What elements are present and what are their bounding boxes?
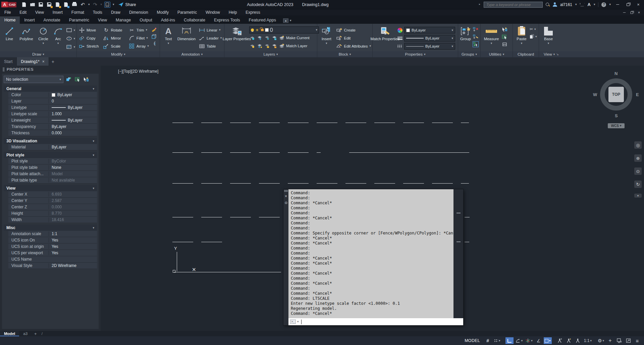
palette-section-3d-visualization[interactable]: 3D Visualization▾: [4, 138, 97, 144]
compass-south[interactable]: S: [615, 113, 618, 118]
viewcube-top-face[interactable]: TOP: [608, 87, 624, 102]
clean-screen-button[interactable]: [624, 337, 632, 344]
explode-button[interactable]: [151, 33, 157, 40]
line-button[interactable]: Line: [2, 25, 17, 51]
command-customize-wrench-icon[interactable]: ⚙: [284, 201, 288, 205]
tab-add-ins[interactable]: Add-ins: [157, 16, 179, 24]
panel-launcher-icon[interactable]: ↘: [556, 53, 559, 56]
help-icon[interactable]: ?: [601, 2, 606, 7]
palette-section-plot-style[interactable]: Plot style▾: [4, 152, 97, 158]
property-row-linetype-scale[interactable]: Linetype scale1.000: [8, 111, 97, 117]
command-prompt-icon[interactable]: >_: [290, 320, 296, 324]
property-row-plot-style-table[interactable]: Plot style tableNone: [8, 164, 97, 171]
circle-button[interactable]: Circle ▾: [36, 25, 51, 51]
layer-properties-button[interactable]: Layer Properties: [226, 25, 247, 51]
mirror-button[interactable]: Mirror: [103, 34, 128, 42]
panel-label-utilities[interactable]: Utilities ▾: [481, 51, 513, 57]
scale-button[interactable]: Scale: [103, 43, 128, 50]
tab-collaborate[interactable]: Collaborate: [179, 16, 210, 24]
panel-label-annotation[interactable]: Annotation ▾: [160, 51, 224, 57]
open-button[interactable]: [30, 2, 36, 8]
menu-item-parametric[interactable]: Parametric: [173, 9, 201, 15]
ungroup-button[interactable]: [473, 26, 479, 32]
tab-manage[interactable]: Manage: [111, 16, 135, 24]
minimize-button[interactable]: [614, 2, 621, 8]
linear-dimension-button[interactable]: Linear ▾: [199, 26, 222, 33]
polar-tracking-toggle[interactable]: ▾: [515, 337, 524, 344]
polyline-button[interactable]: Polyline: [18, 25, 35, 51]
doc-close-button[interactable]: ×: [636, 10, 642, 15]
zoom-button[interactable]: ⊙: [634, 167, 642, 175]
app-menu-button[interactable]: A CAD: [1, 2, 16, 7]
command-close-button[interactable]: ×: [285, 194, 287, 199]
panel-label-draw[interactable]: Draw ▾: [0, 51, 76, 57]
paste-button[interactable]: Paste ▾: [515, 25, 528, 51]
save-button[interactable]: [38, 2, 44, 8]
user-avatar[interactable]: [553, 2, 557, 7]
customization-button[interactable]: ⚙▾: [597, 337, 605, 344]
base-button[interactable]: Base ▾: [541, 25, 556, 51]
snap-mode-toggle[interactable]: ▾: [493, 337, 501, 344]
isolate-objects-button[interactable]: [615, 337, 623, 344]
tab-annotate[interactable]: Annotate: [39, 16, 65, 24]
table-button[interactable]: Table: [199, 43, 222, 50]
property-row-plot-table-attach[interactable]: Plot table attach...Model: [8, 171, 97, 177]
property-row-plot-style[interactable]: Plot styleByColor: [8, 158, 97, 164]
tab-insert[interactable]: Insert: [20, 16, 39, 24]
palette-section-general[interactable]: General▾: [4, 85, 97, 92]
wcs-button[interactable]: WCS ▾: [608, 123, 625, 128]
file-tab-drawing1[interactable]: Drawing1*×: [17, 57, 49, 66]
property-row-ucs-name[interactable]: UCS Name: [8, 256, 97, 263]
menu-item-file[interactable]: File: [0, 9, 15, 15]
status-menu-button[interactable]: ≡: [633, 337, 641, 344]
quick-select-button[interactable]: [83, 76, 90, 83]
compass-west[interactable]: W: [593, 92, 597, 97]
group-edit-button[interactable]: [473, 34, 479, 40]
hatch-tool-button[interactable]: ▾: [66, 43, 75, 51]
leader-button[interactable]: Leader ▾: [199, 34, 222, 42]
layout-tab-a3[interactable]: a3: [19, 331, 32, 336]
restore-button[interactable]: [624, 2, 632, 8]
property-row-ucs-icon-on[interactable]: UCS icon OnYes: [8, 237, 97, 244]
layer-lock-button[interactable]: [271, 35, 277, 41]
layout-tab-model[interactable]: Model: [0, 331, 19, 336]
qat-customize-dropdown[interactable]: ▾: [113, 3, 114, 6]
scrollbar-thumb[interactable]: [457, 213, 461, 242]
ribbon-display-toggle[interactable]: ▲ ▾: [283, 18, 291, 23]
object-color-select[interactable]: ByLayer ▾: [404, 27, 455, 33]
array-button[interactable]: Array ▾: [129, 43, 151, 50]
isometric-drafting-toggle[interactable]: ▾: [525, 337, 534, 344]
ellipse-tool-button[interactable]: ▾: [66, 35, 75, 42]
layer-select[interactable]: ☀ 0 ▾: [249, 26, 319, 33]
layer-isolate-button[interactable]: [257, 35, 263, 41]
command-scrollbar[interactable]: [453, 189, 463, 318]
menu-item-modify[interactable]: Modify: [153, 9, 173, 15]
menu-item-edit[interactable]: Edit: [15, 9, 31, 15]
group-selection-toggle[interactable]: [473, 41, 479, 47]
new-drawing-button[interactable]: [21, 2, 27, 8]
property-row-lineweight[interactable]: LineweightByLayer: [8, 117, 97, 124]
layer-unisolate-button[interactable]: [257, 43, 263, 49]
search-flyout-icon[interactable]: ‣: [478, 2, 481, 7]
palette-grip-icon[interactable]: [3, 67, 4, 72]
search-icon[interactable]: [546, 3, 550, 7]
menu-item-window[interactable]: Window: [201, 9, 224, 15]
autodesk-app-icon[interactable]: A: [588, 2, 591, 7]
property-row-center-x[interactable]: Center X6.693: [8, 191, 97, 198]
help-dropdown[interactable]: ▾: [609, 3, 611, 6]
menu-item-draw[interactable]: Draw: [107, 9, 125, 15]
panel-label-modify[interactable]: Modify ▾: [77, 51, 160, 57]
text-button[interactable]: A Text ▾: [162, 25, 175, 51]
property-row-annotation-scale[interactable]: Annotation scale1:1: [8, 231, 97, 237]
command-history[interactable]: Command:Command:Command: *Cancel*Command…: [288, 189, 453, 318]
insert-block-button[interactable]: Insert ▾: [319, 25, 334, 51]
panel-label-properties[interactable]: Properties ▾: [373, 51, 458, 57]
save-to-web-button[interactable]: [63, 2, 69, 8]
arc-button[interactable]: Arc ▾: [52, 25, 64, 51]
redo-dropdown[interactable]: ▾: [100, 3, 102, 6]
property-row-color[interactable]: ColorByLayer: [8, 92, 97, 98]
redo-button[interactable]: ↷: [92, 2, 98, 8]
property-row-layer[interactable]: Layer0: [8, 98, 97, 105]
fillet-button[interactable]: Fillet ▾: [129, 34, 151, 42]
group-button[interactable]: Group: [459, 25, 472, 51]
